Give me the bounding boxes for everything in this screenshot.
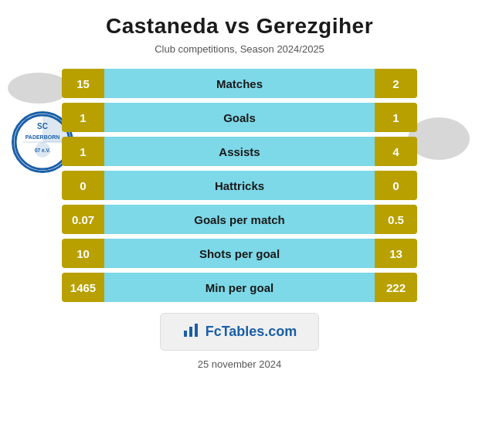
match-subtitle: Club competitions, Season 2024/2025 (155, 43, 324, 55)
stat-label: Matches (104, 69, 375, 98)
stat-bar: 15Matches2 (62, 69, 417, 98)
stat-row: 1465Min per goal222 (62, 273, 417, 302)
stat-row: 1Goals1 (62, 103, 417, 132)
stats-rows: 15Matches21Goals11Assists40Hattricks00.0… (15, 69, 464, 302)
stat-bar: 1Assists4 (62, 137, 417, 166)
stat-right-value: 4 (375, 137, 417, 166)
stat-bar: 1465Min per goal222 (62, 273, 417, 302)
stat-bar: 10Shots per goal13 (62, 239, 417, 268)
watermark-text: FcTables.com (206, 324, 297, 340)
stat-label: Shots per goal (104, 239, 375, 268)
stat-right-value: 0.5 (375, 205, 417, 234)
stat-row: 10Shots per goal13 (62, 239, 417, 268)
stat-row: 0.07Goals per match0.5 (62, 205, 417, 234)
watermark-box: FcTables.com (160, 313, 320, 351)
svg-rect-8 (195, 324, 198, 337)
top-left-ellipse (8, 73, 70, 104)
svg-text:07 e.V.: 07 e.V. (35, 148, 50, 153)
stat-right-value: 2 (375, 69, 417, 98)
stat-left-value: 0.07 (62, 205, 104, 234)
stat-label: Goals (104, 103, 375, 132)
stat-left-value: 1465 (62, 273, 104, 302)
svg-rect-6 (184, 331, 187, 337)
stat-label: Min per goal (104, 273, 375, 302)
watermark-icon (182, 321, 199, 342)
stat-left-value: 0 (62, 171, 104, 200)
svg-text:SC: SC (37, 122, 48, 131)
stat-label: Assists (104, 137, 375, 166)
stat-right-value: 1 (375, 103, 417, 132)
stat-left-value: 1 (62, 103, 104, 132)
stat-right-value: 222 (375, 273, 417, 302)
stat-row: 15Matches2 (62, 69, 417, 98)
stats-area: SC PADERBORN 07 e.V. 15Matches21Goals11A… (15, 69, 464, 302)
svg-rect-7 (189, 327, 192, 337)
stat-left-value: 1 (62, 137, 104, 166)
stat-right-value: 0 (375, 171, 417, 200)
stat-left-value: 10 (62, 239, 104, 268)
stat-bar: 1Goals1 (62, 103, 417, 132)
stat-right-value: 13 (375, 239, 417, 268)
footer-date: 25 november 2024 (198, 358, 281, 370)
watermark-area: FcTables.com 25 november 2024 (160, 313, 320, 370)
match-title: Castaneda vs Gerezgiher (106, 14, 373, 39)
stat-left-value: 15 (62, 69, 104, 98)
svg-text:PADERBORN: PADERBORN (25, 134, 60, 140)
stat-bar: 0.07Goals per match0.5 (62, 205, 417, 234)
page-wrapper: Castaneda vs Gerezgiher Club competition… (0, 0, 479, 448)
stat-label: Goals per match (104, 205, 375, 234)
stat-bar: 0Hattricks0 (62, 171, 417, 200)
stat-label: Hattricks (104, 171, 375, 200)
stat-row: 1Assists4 (62, 137, 417, 166)
stat-row: 0Hattricks0 (62, 171, 417, 200)
